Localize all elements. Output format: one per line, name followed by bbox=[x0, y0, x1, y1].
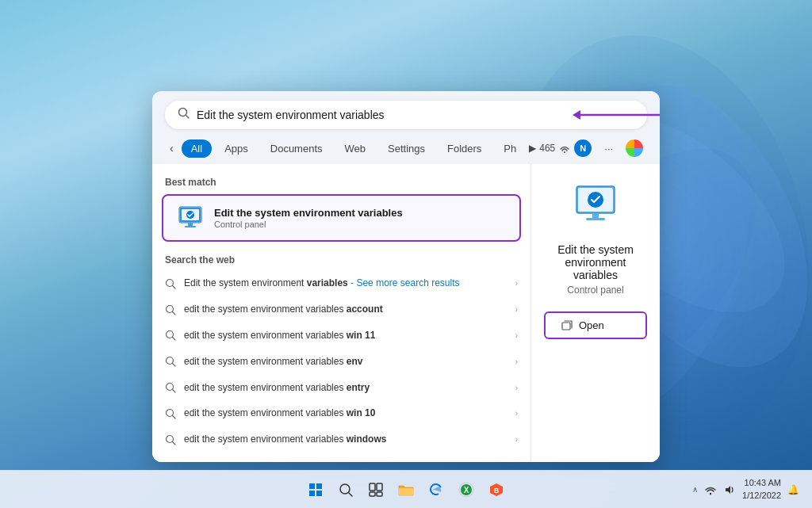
web-result-item-2[interactable]: edit the system environment variables ac… bbox=[152, 296, 530, 323]
svg-rect-45 bbox=[370, 492, 375, 496]
web-result-text-2: edit the system environment variables ac… bbox=[184, 303, 508, 316]
web-search-icon-4 bbox=[165, 356, 176, 367]
chevron-right-icon-7: › bbox=[515, 435, 518, 444]
web-result-item-3[interactable]: edit the system environment variables wi… bbox=[152, 323, 530, 349]
svg-rect-16 bbox=[185, 226, 196, 227]
search-box-container: Edit the system environment variables bbox=[152, 91, 660, 136]
tab-ph[interactable]: Ph bbox=[494, 139, 526, 158]
svg-line-6 bbox=[186, 116, 190, 119]
filter-tabs: ‹ All Apps Documents Web Settings Folder… bbox=[152, 136, 660, 164]
taskbar-center: X B bbox=[303, 477, 509, 502]
open-button[interactable]: Open bbox=[544, 311, 647, 339]
svg-rect-38 bbox=[316, 483, 322, 489]
edge-browser-button[interactable] bbox=[423, 477, 449, 502]
chevron-right-icon-2: › bbox=[515, 305, 518, 314]
web-result-item-6[interactable]: edit the system environment variables wi… bbox=[152, 400, 530, 426]
best-match-label: Best match bbox=[152, 174, 530, 194]
svg-rect-37 bbox=[309, 483, 315, 489]
search-icon bbox=[178, 107, 190, 123]
svg-line-28 bbox=[173, 415, 176, 418]
svg-rect-40 bbox=[316, 491, 322, 496]
tab-folders[interactable]: Folders bbox=[438, 139, 491, 158]
web-result-text-3: edit the system environment variables wi… bbox=[184, 329, 508, 342]
date-display: 1/12/2022 bbox=[742, 490, 781, 502]
taskbar: X B ∧ 10:43 AM 1/12/2022 🔔 bbox=[0, 470, 812, 508]
svg-line-20 bbox=[173, 311, 176, 315]
xbox-button[interactable]: X bbox=[454, 477, 479, 502]
search-input[interactable]: Edit the system environment variables bbox=[197, 109, 634, 121]
user-avatar: N bbox=[574, 139, 592, 157]
chevron-up-icon[interactable]: ∧ bbox=[692, 485, 698, 494]
web-result-text-5: edit the system environment variables en… bbox=[184, 381, 508, 395]
search-web-label: Search the web bbox=[152, 251, 530, 270]
web-result-item-4[interactable]: edit the system environment variables en… bbox=[152, 349, 530, 375]
chevron-right-icon-1: › bbox=[515, 279, 518, 288]
volume-icon bbox=[723, 483, 736, 496]
wifi-icon bbox=[704, 483, 717, 496]
chevron-right-icon-6: › bbox=[515, 409, 518, 418]
svg-rect-43 bbox=[370, 483, 375, 491]
best-match-subtitle: Control panel bbox=[214, 220, 403, 229]
start-button[interactable] bbox=[303, 477, 328, 502]
time-display: 10:43 AM 1/12/2022 bbox=[742, 477, 781, 502]
notification-button[interactable]: 🔔 bbox=[787, 484, 799, 495]
svg-line-22 bbox=[173, 338, 176, 341]
svg-rect-34 bbox=[592, 213, 599, 218]
app-icon bbox=[176, 204, 205, 232]
brave-browser-button[interactable]: B bbox=[484, 477, 509, 502]
svg-rect-39 bbox=[309, 491, 315, 496]
clock: 10:43 AM bbox=[742, 477, 781, 489]
tab-documents[interactable]: Documents bbox=[261, 139, 332, 158]
svg-rect-46 bbox=[377, 492, 382, 496]
network-icon bbox=[558, 141, 571, 156]
taskbar-right: ∧ 10:43 AM 1/12/2022 🔔 bbox=[692, 477, 799, 502]
svg-marker-8 bbox=[573, 110, 580, 120]
best-match-item[interactable]: Edit the system environment variables Co… bbox=[162, 194, 521, 242]
tab-all[interactable]: All bbox=[182, 139, 212, 158]
arrow-annotation bbox=[573, 99, 660, 131]
svg-point-9 bbox=[564, 151, 565, 153]
web-result-text-1: Edit the system environment variables - … bbox=[184, 277, 508, 290]
svg-text:B: B bbox=[494, 487, 500, 495]
chevron-right-icon-3: › bbox=[515, 331, 518, 340]
chevron-right-icon-4: › bbox=[515, 357, 518, 366]
web-result-item[interactable]: Edit the system environment variables - … bbox=[152, 270, 530, 296]
profile-icon bbox=[626, 139, 643, 157]
tab-settings[interactable]: Settings bbox=[378, 139, 435, 158]
web-search-icon-6 bbox=[165, 408, 176, 419]
svg-line-24 bbox=[173, 364, 176, 367]
svg-rect-35 bbox=[586, 218, 605, 220]
chevron-right-icon-5: › bbox=[515, 384, 518, 392]
right-panel-subtitle: Control panel bbox=[567, 285, 623, 296]
svg-point-53 bbox=[710, 492, 711, 494]
tab-web[interactable]: Web bbox=[335, 139, 376, 158]
web-search-icon-5 bbox=[165, 382, 176, 393]
web-result-text-7: edit the system environment variables wi… bbox=[184, 433, 508, 446]
web-result-text-6: edit the system environment variables wi… bbox=[184, 407, 508, 420]
web-search-icon-2 bbox=[165, 304, 176, 315]
search-content: Best match Edit the system bbox=[152, 164, 660, 462]
search-overlay: Edit the system environment variables ‹ … bbox=[152, 91, 660, 462]
open-icon bbox=[561, 320, 573, 331]
svg-line-42 bbox=[349, 493, 352, 496]
taskbar-search-button[interactable] bbox=[333, 477, 358, 502]
file-explorer-button[interactable] bbox=[393, 477, 419, 502]
tab-more[interactable]: ··· bbox=[595, 139, 622, 158]
svg-line-18 bbox=[173, 285, 176, 288]
web-search-icon bbox=[165, 278, 176, 289]
web-search-icon-7 bbox=[165, 434, 176, 445]
svg-text:X: X bbox=[464, 486, 469, 495]
right-panel: Edit the system environment variables Co… bbox=[531, 164, 660, 462]
web-result-item-7[interactable]: edit the system environment variables wi… bbox=[152, 426, 530, 453]
task-view-button[interactable] bbox=[363, 477, 389, 502]
left-panel: Best match Edit the system bbox=[152, 164, 531, 462]
count-badge: 465 bbox=[539, 143, 555, 154]
web-search-icon-3 bbox=[165, 330, 176, 341]
svg-rect-47 bbox=[399, 488, 413, 495]
tab-apps[interactable]: Apps bbox=[215, 139, 258, 158]
play-icon: ▶ bbox=[529, 143, 536, 154]
svg-rect-44 bbox=[377, 483, 382, 491]
back-button[interactable]: ‹ bbox=[165, 139, 178, 158]
open-label: Open bbox=[579, 319, 604, 331]
web-result-item-5[interactable]: edit the system environment variables en… bbox=[152, 375, 530, 401]
